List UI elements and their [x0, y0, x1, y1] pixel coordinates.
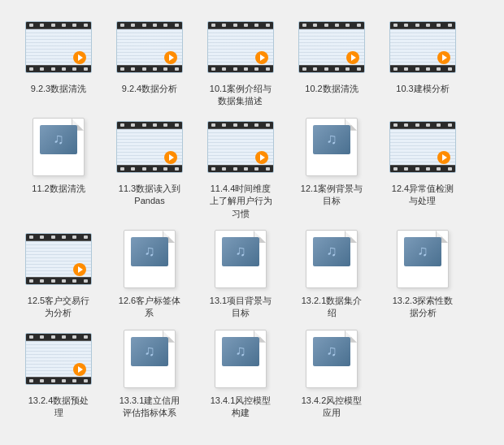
list-item[interactable]: ♫13.3.1建立信用评估指标体系 [106, 326, 193, 420]
doc-icon: ♫ [124, 330, 176, 388]
list-item[interactable]: 10.3建模分析 [379, 15, 467, 108]
list-item[interactable]: 13.2.4数据预处理 [15, 326, 102, 420]
item-icon-wrap: ♫ [296, 114, 367, 179]
play-button [255, 51, 268, 64]
item-icon-wrap [205, 15, 276, 80]
list-item[interactable]: 10.2数据清洗 [288, 15, 376, 108]
play-button [164, 151, 177, 164]
list-item[interactable]: ♫13.2.3探索性数据分析 [379, 227, 467, 320]
item-label: 13.2.3探索性数据分析 [393, 295, 454, 320]
item-icon-wrap [387, 114, 458, 179]
item-label: 11.3数据读入到Pandas [119, 183, 180, 208]
list-item[interactable]: ♫11.2数据清洗 [15, 114, 102, 220]
list-item[interactable]: 12.5客户交易行为分析 [15, 227, 102, 320]
item-label: 9.2.4数据分析 [122, 83, 177, 95]
item-icon-wrap [387, 15, 458, 80]
item-label: 12.1案例背景与目标 [301, 183, 363, 208]
doc-icon: ♫ [306, 230, 358, 288]
doc-icon: ♫ [215, 230, 267, 288]
item-icon-wrap [23, 15, 94, 80]
list-item[interactable]: ♫12.6客户标签体系 [106, 227, 193, 320]
item-label: 13.1项目背景与目标 [210, 295, 272, 320]
item-label: 9.2.3数据清洗 [31, 83, 86, 95]
item-label: 11.4.4时间维度上了解用户行为习惯 [210, 183, 272, 220]
item-label: 10.2数据清洗 [305, 83, 358, 95]
item-icon-wrap: ♫ [205, 326, 276, 391]
play-button [164, 51, 177, 64]
item-icon-wrap: ♫ [114, 227, 185, 292]
item-label: 12.5客户交易行为分析 [28, 295, 89, 320]
item-label: 13.4.1风控模型构建 [211, 395, 272, 420]
item-label: 13.2.4数据预处理 [28, 395, 89, 420]
item-label: 11.2数据清洗 [32, 183, 85, 195]
list-item[interactable]: 10.1案例介绍与数据集描述 [197, 15, 285, 108]
item-label: 12.6客户标签体系 [119, 295, 180, 320]
play-button [346, 51, 359, 64]
file-grid: 9.2.3数据清洗9.2.4数据分析10.1案例介绍与数据集描述10.2数据清洗… [8, 8, 496, 426]
doc-icon: ♫ [215, 330, 267, 388]
play-button [73, 263, 86, 276]
doc-icon: ♫ [124, 230, 176, 288]
item-icon-wrap: ♫ [387, 227, 458, 292]
play-button [255, 151, 268, 164]
item-icon-wrap: ♫ [114, 326, 185, 391]
item-label: 10.3建模分析 [396, 83, 449, 95]
play-button [73, 51, 86, 64]
play-button [437, 51, 450, 64]
list-item[interactable]: ♫13.4.2风控模型应用 [288, 326, 376, 420]
item-icon-wrap [114, 114, 185, 179]
item-label: 13.3.1建立信用评估指标体系 [119, 395, 180, 420]
item-icon-wrap: ♫ [296, 326, 367, 391]
list-item[interactable]: 9.2.3数据清洗 [15, 15, 102, 108]
list-item[interactable]: ♫13.2.1数据集介绍 [288, 227, 376, 320]
play-button [437, 151, 450, 164]
list-item[interactable]: ♫13.4.1风控模型构建 [197, 326, 285, 420]
list-item[interactable]: 11.3数据读入到Pandas [106, 114, 193, 220]
list-item[interactable]: 9.2.4数据分析 [106, 15, 193, 108]
list-item[interactable]: 12.4异常值检测与处理 [379, 114, 467, 220]
list-item[interactable]: ♫12.1案例背景与目标 [288, 114, 376, 220]
play-button [73, 363, 86, 376]
item-icon-wrap [114, 15, 185, 80]
item-icon-wrap: ♫ [23, 114, 94, 179]
item-icon-wrap [23, 227, 94, 292]
item-label: 13.2.1数据集介绍 [302, 295, 363, 320]
doc-icon: ♫ [306, 118, 358, 176]
list-item[interactable]: ♫13.1项目背景与目标 [197, 227, 285, 320]
item-icon-wrap [296, 15, 367, 80]
item-label: 10.1案例介绍与数据集描述 [210, 83, 272, 108]
item-label: 12.4异常值检测与处理 [392, 183, 454, 208]
doc-icon: ♫ [306, 330, 358, 388]
item-icon-wrap: ♫ [205, 227, 276, 292]
item-label: 13.4.2风控模型应用 [302, 395, 363, 420]
doc-icon: ♫ [397, 230, 449, 288]
item-icon-wrap [23, 326, 94, 391]
list-item[interactable]: 11.4.4时间维度上了解用户行为习惯 [197, 114, 285, 220]
item-icon-wrap: ♫ [296, 227, 367, 292]
item-icon-wrap [205, 114, 276, 179]
doc-icon: ♫ [33, 118, 85, 176]
